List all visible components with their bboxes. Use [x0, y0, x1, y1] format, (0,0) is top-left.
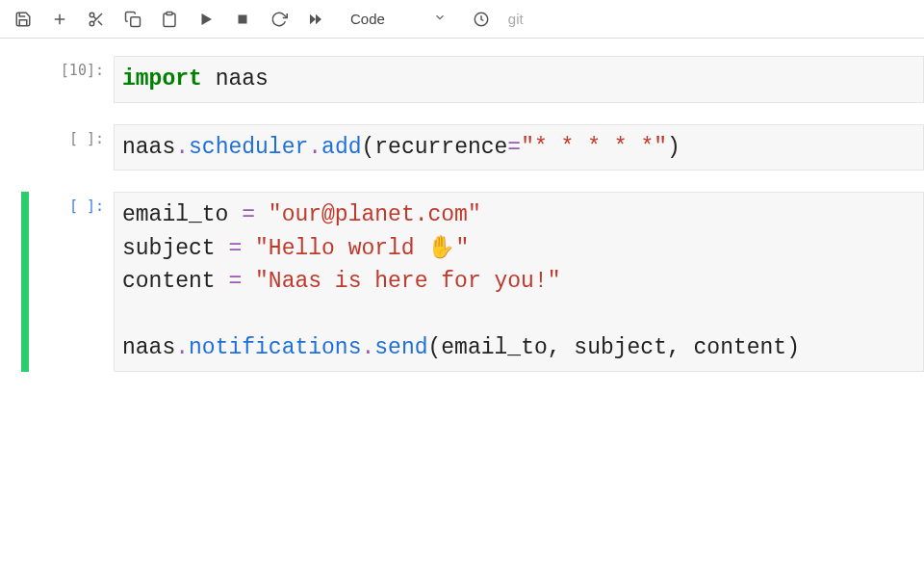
cell-prompt: [ ]: [29, 124, 114, 171]
restart-icon[interactable] [270, 10, 289, 29]
code-token: naas [216, 66, 269, 92]
code-token: "our@planet.com" [269, 202, 481, 227]
code-input[interactable]: import naas [114, 56, 924, 103]
code-token: "Naas is here for you!" [255, 269, 560, 294]
code-cell[interactable]: [ ]:email_to = "our@planet.com" subject … [0, 192, 924, 372]
svg-point-2 [90, 13, 94, 17]
toolbar: Code git [0, 0, 924, 39]
svg-rect-8 [167, 12, 172, 14]
git-label[interactable]: git [508, 11, 524, 27]
code-token: = [228, 236, 242, 261]
code-token: . [175, 135, 189, 160]
add-cell-icon[interactable] [50, 10, 69, 29]
code-token: scheduler [189, 135, 308, 160]
svg-line-6 [93, 16, 96, 19]
code-token: email_to [122, 202, 242, 227]
code-token: naas [122, 135, 175, 160]
stop-icon[interactable] [233, 10, 252, 29]
cell-run-indicator [21, 124, 29, 171]
code-token [202, 66, 216, 92]
cell-run-indicator [21, 192, 29, 372]
code-input[interactable]: email_to = "our@planet.com" subject = "H… [114, 192, 924, 372]
code-token: recurrence [374, 135, 507, 160]
code-token [242, 269, 255, 294]
code-token: email_to, subject, content [441, 335, 786, 360]
code-token: = [242, 202, 255, 227]
svg-marker-12 [316, 13, 321, 24]
code-token: ( [428, 335, 442, 360]
code-token: "* * * * *" [521, 135, 667, 160]
run-all-icon[interactable] [306, 10, 325, 29]
code-token: "Hello world ✋" [255, 236, 469, 261]
svg-rect-10 [239, 14, 247, 23]
notebook-area: [10]:import naas[ ]:naas.scheduler.add(r… [0, 39, 924, 372]
cell-prompt: [ ]: [29, 192, 114, 372]
chevron-down-icon [433, 11, 447, 27]
code-token: naas [122, 335, 175, 360]
code-cell[interactable]: [ ]:naas.scheduler.add(recurrence="* * *… [0, 124, 924, 171]
svg-marker-11 [310, 13, 316, 24]
code-token: ( [362, 135, 375, 160]
svg-point-3 [90, 21, 94, 26]
copy-icon[interactable] [123, 10, 142, 29]
run-icon[interactable] [196, 10, 216, 29]
code-cell[interactable]: [10]:import naas [0, 56, 924, 103]
code-token: send [374, 335, 427, 360]
code-token: ) [786, 335, 800, 360]
cell-prompt: [10]: [29, 56, 114, 103]
code-input[interactable]: naas.scheduler.add(recurrence="* * * * *… [114, 124, 924, 171]
code-token: import [122, 66, 202, 92]
code-token [242, 236, 255, 261]
code-token: content [122, 269, 228, 294]
code-token: = [507, 135, 521, 160]
code-token: = [228, 269, 242, 294]
code-token: subject [122, 236, 228, 261]
code-token: . [308, 135, 321, 160]
paste-icon[interactable] [160, 10, 179, 29]
kernel-status-icon[interactable] [472, 10, 491, 29]
code-token [255, 202, 269, 227]
code-token: . [361, 335, 374, 360]
save-icon[interactable] [13, 10, 33, 29]
svg-marker-9 [202, 13, 213, 25]
code-token: . [175, 335, 189, 360]
code-token: add [321, 135, 361, 160]
svg-rect-7 [131, 16, 141, 26]
cell-run-indicator [21, 56, 29, 103]
cut-icon[interactable] [87, 10, 106, 29]
cell-type-label: Code [350, 11, 385, 27]
code-token: ) [667, 135, 680, 160]
cell-type-select[interactable]: Code [343, 9, 454, 29]
code-token: notifications [189, 335, 361, 360]
svg-line-5 [98, 20, 102, 24]
